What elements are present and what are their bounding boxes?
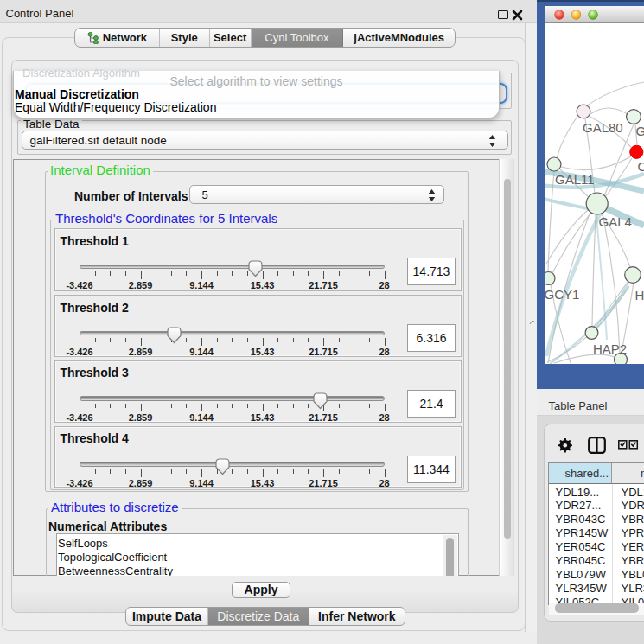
svg-text:H: H xyxy=(635,288,644,303)
svg-text:GAL80: GAL80 xyxy=(583,120,623,135)
svg-text:GCY1: GCY1 xyxy=(545,287,579,302)
svg-text:GA: GA xyxy=(636,124,644,138)
svg-text:HAP2: HAP2 xyxy=(593,341,627,356)
svg-text:C: C xyxy=(638,159,644,174)
svg-text:GAL11: GAL11 xyxy=(555,172,595,187)
svg-text:GAL4: GAL4 xyxy=(599,214,632,229)
